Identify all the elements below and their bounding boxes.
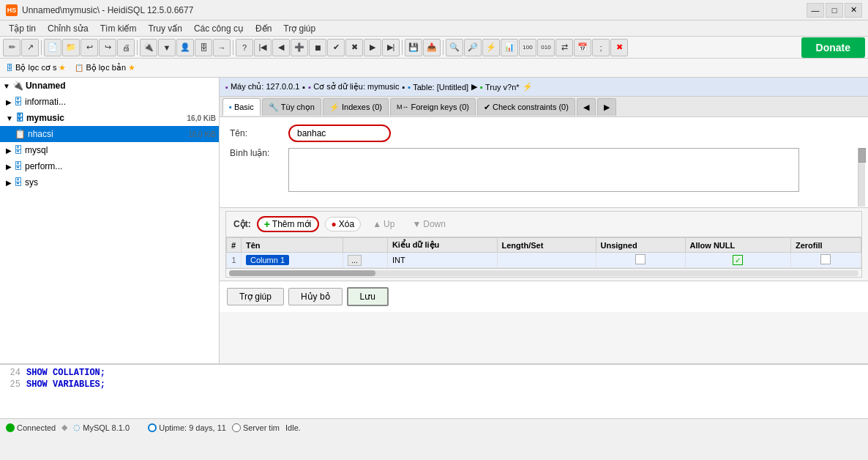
tb-stop[interactable]: ⏹ — [309, 39, 326, 56]
sidebar-item-sys[interactable]: ▶ 🗄 sys — [0, 174, 219, 190]
table-row: 1 Column 1 ... INT — [227, 253, 861, 268]
tb-cross[interactable]: ✖ — [345, 39, 363, 56]
table-name-input[interactable] — [288, 125, 391, 142]
tb-arrow2[interactable]: → — [213, 39, 231, 56]
status-bar: Connected ◆ ◌ MySQL 8.1.0 Uptime: 9 days… — [0, 418, 868, 436]
db-icon-informati: 🗄 — [14, 97, 23, 107]
bc-server-label: Máy chủ: 127.0.0.1 — [231, 82, 299, 92]
menu-timkiem[interactable]: Tìm kiếm — [94, 22, 143, 35]
tb-redo[interactable]: ↪ — [99, 39, 116, 56]
sidebar-item-informati[interactable]: ▶ 🗄 informati... — [0, 94, 219, 110]
filter-coso[interactable]: 🗄 Bộ lọc cơ s ★ — [3, 62, 69, 74]
menu-truyvan[interactable]: Truy vấn — [142, 22, 188, 35]
sys-label: sys — [25, 177, 38, 188]
nhacsi-size: 16,0 KiB — [188, 130, 216, 138]
menu-den[interactable]: Đến — [250, 22, 277, 35]
tb-sync[interactable]: ⇄ — [555, 39, 573, 56]
sidebar-item-unnamed[interactable]: ▼ 🔌 Unnamed — [0, 78, 219, 94]
row-length-cell[interactable] — [497, 253, 596, 268]
tb-import[interactable]: 📥 — [423, 39, 441, 56]
row-zerofill-cell[interactable] — [790, 253, 861, 268]
delete-column-button[interactable]: ● Xóa — [325, 217, 362, 231]
tb-user[interactable]: 👤 — [176, 39, 194, 56]
up-button[interactable]: ▲ Up — [367, 218, 400, 231]
tb-arrow[interactable]: ↗ — [21, 39, 39, 56]
tb-play[interactable]: ▶ — [364, 39, 381, 56]
row-unsigned-cell[interactable] — [596, 253, 685, 268]
save-button[interactable]: Lưu — [347, 287, 389, 306]
type-picker-button[interactable]: ... — [348, 255, 361, 266]
tb-first[interactable]: |◀ — [254, 39, 272, 56]
row-allownull-cell[interactable] — [685, 253, 790, 268]
tb-num[interactable]: 010 — [537, 39, 555, 56]
menu-trogiup[interactable]: Trợ giúp — [277, 22, 321, 35]
tb-cal[interactable]: 📅 — [574, 39, 591, 56]
cancel-button[interactable]: Hủy bỏ — [288, 288, 343, 305]
add-column-button[interactable]: + Thêm mới — [257, 216, 319, 232]
tab-basic[interactable]: ▪ Basic — [222, 98, 261, 116]
sidebar-item-mysql[interactable]: ▶ 🗄 mysql — [0, 142, 219, 158]
tab-tuychon-icon: 🔧 — [269, 103, 279, 112]
down-button[interactable]: ▼ Down — [406, 218, 452, 231]
tb-db[interactable]: 🗄 — [195, 39, 212, 56]
bc-query: ▪ Truy v?n* — [480, 83, 520, 92]
tb-play2[interactable]: ▶| — [382, 39, 400, 56]
tb-print[interactable]: 🖨 — [117, 39, 135, 56]
close-button[interactable]: ✕ — [845, 3, 862, 18]
menu-taptin[interactable]: Tập tin — [3, 22, 42, 35]
tab-tuychon[interactable]: 🔧 Tùy chọn — [262, 98, 321, 116]
sidebar-item-mymusic[interactable]: ▼ 🗄 mymusic 16,0 KiB — [0, 110, 219, 126]
tab-check[interactable]: ✔ Check constraints (0) — [477, 98, 575, 116]
db-icon-mysql: 🗄 — [14, 145, 23, 155]
tab-more-left[interactable]: ◀ — [577, 98, 596, 116]
expand-icon4: ▶ — [6, 179, 12, 187]
row-ellipsis-cell[interactable]: ... — [343, 253, 388, 268]
allownull-checkbox[interactable] — [733, 255, 743, 265]
tb-check[interactable]: ✔ — [327, 39, 345, 56]
col-header-type: Kiểu dữ liệu — [387, 238, 497, 253]
tb-connect[interactable]: 🔌 — [140, 39, 157, 56]
donate-button[interactable]: Donate — [801, 37, 865, 58]
filter-bang[interactable]: 📋 Bộ lọc bản ★ — [72, 62, 138, 74]
tb-search2[interactable]: 🔎 — [464, 39, 482, 56]
tb-search[interactable]: 🔍 — [446, 39, 463, 56]
tb-save2[interactable]: 💾 — [405, 39, 422, 56]
menu-chinhsua[interactable]: Chỉnh sửa — [42, 22, 94, 35]
tb-undo[interactable]: ↩ — [81, 39, 98, 56]
tb-dropdown[interactable]: ▼ — [158, 39, 176, 56]
tab-more-right[interactable]: ▶ — [597, 98, 616, 116]
tb-pencil[interactable]: ✏ — [3, 39, 20, 56]
servertime-label: Server tim — [243, 423, 280, 432]
col-header-length: Length/Set — [497, 238, 596, 253]
tb-stats[interactable]: 📊 — [501, 39, 518, 56]
tb-100[interactable]: 100 — [519, 39, 536, 56]
row-name-cell[interactable]: Column 1 — [242, 253, 343, 268]
tb-x2[interactable]: ✖ — [610, 39, 628, 56]
menu-caccongcu[interactable]: Các công cụ — [188, 22, 250, 35]
filter-star1: ★ — [59, 63, 66, 73]
tb-add[interactable]: ➕ — [291, 39, 308, 56]
sidebar-item-nhacsi[interactable]: 📋 nhacsi 16,0 KiB — [0, 126, 219, 142]
tb-open[interactable]: 📁 — [62, 39, 80, 56]
tab-foreignkeys[interactable]: M↔ Foreign keys (0) — [390, 98, 476, 116]
expand-icon2: ▶ — [6, 146, 12, 155]
help-button[interactable]: Trợ giúp — [227, 288, 284, 305]
menu-bar: Tập tin Chỉnh sửa Tìm kiếm Truy vấn Các … — [0, 21, 868, 37]
bc-query-label: Truy v?n* — [485, 83, 520, 92]
comment-textarea[interactable] — [288, 148, 799, 192]
unsigned-checkbox[interactable] — [635, 254, 646, 264]
maximize-button[interactable]: □ — [826, 3, 843, 18]
sidebar-item-perform[interactable]: ▶ 🗄 perform... — [0, 158, 219, 174]
minimize-button[interactable]: — — [807, 3, 824, 18]
zerofill-checkbox[interactable] — [820, 254, 831, 264]
bc-db: ▪ Cơ sở dữ liệu: mymusic — [308, 82, 399, 92]
name-label: Tên: — [230, 128, 288, 138]
tb-help[interactable]: ? — [236, 39, 253, 56]
tb-new[interactable]: 📄 — [44, 39, 61, 56]
tb-prev[interactable]: ◀ — [272, 39, 290, 56]
horizontal-scrollbar[interactable] — [226, 268, 861, 277]
unnamed-label: Unnamed — [26, 81, 66, 91]
tab-indexes[interactable]: ⚡ Indexes (0) — [323, 98, 389, 116]
tb-filter[interactable]: ⚡ — [482, 39, 500, 56]
tb-semi[interactable]: ; — [592, 39, 610, 56]
